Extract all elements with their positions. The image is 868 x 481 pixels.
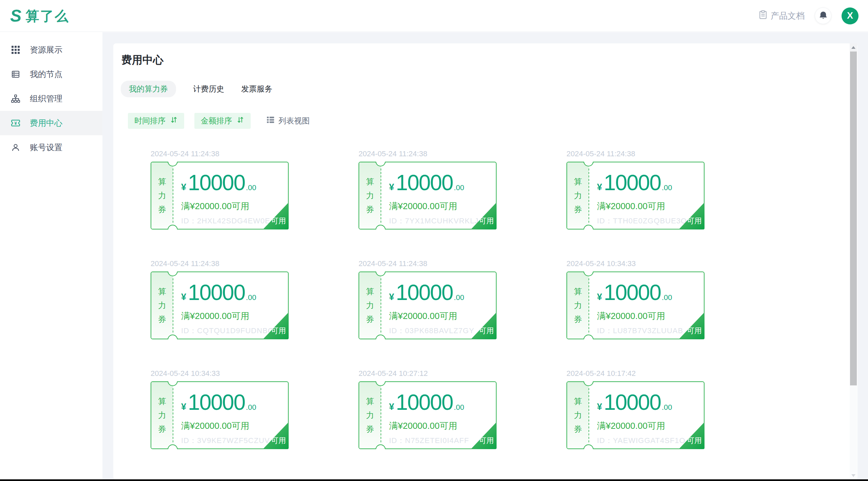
sidebar-item-account-settings[interactable]: 账号设置	[0, 135, 102, 160]
voucher-body: ¥ 10000 .00 满¥20000.00可用 ID：N75ZETEI0I4A…	[389, 382, 496, 448]
voucher-cell: 2024-05-24 11:24:38 算力券 ¥ 10000 .00 满¥20…	[151, 150, 289, 229]
voucher-stub-label: 算力券	[151, 162, 173, 229]
voucher-ticket-icon: ¥	[11, 118, 20, 128]
top-header: S 算了么 产品文档 X	[0, 0, 868, 32]
voucher-cell: 2024-05-24 11:24:38 算力券 ¥ 10000 .00 满¥20…	[359, 260, 497, 339]
voucher-condition: 满¥20000.00可用	[597, 200, 665, 212]
app-logo[interactable]: S 算了么	[10, 7, 69, 24]
voucher-condition: 满¥20000.00可用	[389, 200, 457, 212]
voucher-amount: 10000	[604, 282, 661, 303]
voucher-card[interactable]: 算力券 ¥ 10000 .00 满¥20000.00可用 ID：7YX1MCUH…	[359, 162, 497, 229]
voucher-card[interactable]: 算力券 ¥ 10000 .00 满¥20000.00可用 ID：N75ZETEI…	[359, 381, 497, 449]
currency-symbol: ¥	[181, 292, 186, 302]
voucher-timestamp: 2024-05-24 11:24:38	[566, 150, 705, 158]
sort-by-time-button[interactable]: 时间排序	[128, 113, 184, 129]
voucher-amount-decimal: .00	[246, 183, 256, 192]
voucher-body: ¥ 10000 .00 满¥20000.00可用 ID：TTH0E0ZGQBUE…	[597, 162, 704, 229]
tab-billing-history[interactable]: 计费历史	[193, 84, 224, 94]
voucher-amount: 10000	[188, 392, 245, 413]
notch-bottom	[583, 443, 594, 449]
sidebar-item-organization[interactable]: 组织管理	[0, 86, 102, 111]
scroll-up-icon	[851, 46, 855, 49]
svg-text:¥: ¥	[14, 121, 17, 126]
voucher-id: ID：LU87B7V3ZLUUAB	[597, 326, 683, 336]
voucher-timestamp: 2024-05-24 10:27:12	[359, 369, 497, 378]
voucher-timestamp: 2024-05-24 10:34:33	[566, 260, 705, 268]
sidebar-item-label: 资源展示	[30, 44, 62, 55]
product-docs-link[interactable]: 产品文档	[758, 10, 805, 21]
voucher-card[interactable]: 算力券 ¥ 10000 .00 满¥20000.00可用 ID：3V9KE7WZ…	[151, 381, 289, 449]
voucher-dashed-divider	[381, 388, 381, 442]
scrollbar-up-button[interactable]	[850, 43, 857, 52]
voucher-condition: 满¥20000.00可用	[181, 200, 249, 212]
main-panel: 费用中心 我的算力券 计费历史 发票服务 时间排序 金额排序	[113, 43, 857, 480]
voucher-card[interactable]: 算力券 ¥ 10000 .00 满¥20000.00可用 ID：TTH0E0ZG…	[566, 162, 705, 229]
voucher-dashed-divider	[589, 388, 589, 442]
scrollbar-down-button[interactable]	[850, 472, 857, 480]
voucher-amount-row: ¥ 10000 .00	[389, 172, 464, 194]
tab-invoice-service[interactable]: 发票服务	[241, 84, 272, 94]
voucher-card[interactable]: 算力券 ¥ 10000 .00 满¥20000.00可用 ID：LU87B7V3…	[566, 272, 705, 339]
notch-bottom	[375, 334, 386, 339]
currency-symbol: ¥	[181, 402, 186, 412]
notch-bottom	[168, 334, 178, 339]
voucher-card[interactable]: 算力券 ¥ 10000 .00 满¥20000.00可用 ID：2HXL42SD…	[151, 162, 289, 229]
voucher-amount-row: ¥ 10000 .00	[389, 282, 464, 303]
notch-top	[375, 272, 386, 277]
list-view-toggle[interactable]: 列表视图	[266, 116, 310, 126]
voucher-amount: 10000	[396, 392, 453, 413]
sort-by-amount-button[interactable]: 金额排序	[194, 113, 251, 129]
notch-top	[375, 381, 386, 387]
voucher-id: ID：3V9KE7WZF5CZUV	[181, 436, 270, 446]
voucher-dashed-divider	[589, 168, 589, 223]
notch-top	[168, 381, 178, 387]
voucher-amount-decimal: .00	[454, 293, 464, 302]
voucher-card[interactable]: 算力券 ¥ 10000 .00 满¥20000.00可用 ID：CQTQU1D9…	[151, 272, 289, 339]
notch-top	[168, 272, 178, 277]
voucher-card[interactable]: 算力券 ¥ 10000 .00 满¥20000.00可用 ID：03PK68BA…	[359, 272, 497, 339]
logo-mark: S	[10, 7, 21, 24]
sidebar-item-billing-center[interactable]: ¥ 费用中心	[0, 111, 102, 135]
voucher-timestamp: 2024-05-24 10:34:33	[151, 369, 289, 378]
voucher-body: ¥ 10000 .00 满¥20000.00可用 ID：7YX1MCUHKVRK…	[389, 162, 496, 229]
sort-arrows-icon	[236, 116, 244, 126]
voucher-stub-label: 算力券	[359, 272, 381, 339]
vertical-scrollbar[interactable]	[850, 43, 857, 480]
notch-bottom	[168, 224, 178, 229]
voucher-amount-decimal: .00	[662, 403, 672, 412]
voucher-card[interactable]: 算力券 ¥ 10000 .00 满¥20000.00可用 ID：YAEWIGGA…	[566, 381, 705, 449]
voucher-body: ¥ 10000 .00 满¥20000.00可用 ID：CQTQU1D9FUDN…	[181, 272, 288, 339]
notch-bottom	[168, 443, 178, 449]
voucher-timestamp: 2024-05-24 11:24:38	[359, 260, 497, 268]
sidebar-item-resources[interactable]: 资源展示	[0, 38, 102, 62]
notifications-button[interactable]	[815, 7, 831, 24]
currency-symbol: ¥	[181, 182, 186, 193]
scrollbar-thumb[interactable]	[850, 52, 857, 385]
tab-my-vouchers[interactable]: 我的算力券	[121, 81, 176, 97]
sidebar-item-label: 我的节点	[30, 69, 62, 80]
voucher-condition: 满¥20000.00可用	[597, 420, 665, 432]
voucher-grid: 2024-05-24 11:24:38 算力券 ¥ 10000 .00 满¥20…	[151, 150, 857, 479]
sidebar-item-nodes[interactable]: 我的节点	[0, 62, 102, 86]
voucher-body: ¥ 10000 .00 满¥20000.00可用 ID：03PK68BAVLZ7…	[389, 272, 496, 339]
user-avatar[interactable]: X	[842, 7, 859, 24]
currency-symbol: ¥	[389, 292, 394, 302]
voucher-cell: 2024-05-24 10:34:33 算力券 ¥ 10000 .00 满¥20…	[566, 260, 705, 339]
voucher-stub-label: 算力券	[151, 272, 173, 339]
topbar-actions: 产品文档 X	[758, 7, 859, 24]
voucher-dashed-divider	[173, 388, 173, 442]
page-title: 费用中心	[121, 53, 857, 67]
voucher-condition: 满¥20000.00可用	[597, 310, 665, 322]
voucher-dashed-divider	[173, 278, 173, 333]
window-bottom-edge	[0, 479, 868, 481]
voucher-condition: 满¥20000.00可用	[181, 310, 249, 322]
bell-icon	[818, 11, 828, 21]
voucher-body: ¥ 10000 .00 满¥20000.00可用 ID：LU87B7V3ZLUU…	[597, 272, 704, 339]
voucher-timestamp: 2024-05-24 11:24:38	[151, 260, 289, 268]
product-docs-label: 产品文档	[771, 10, 805, 21]
voucher-amount-decimal: .00	[246, 293, 256, 302]
notch-top	[583, 381, 594, 387]
voucher-id: ID：N75ZETEI0I4AFF	[389, 436, 469, 446]
voucher-dashed-divider	[381, 168, 381, 223]
voucher-dashed-divider	[381, 278, 381, 333]
